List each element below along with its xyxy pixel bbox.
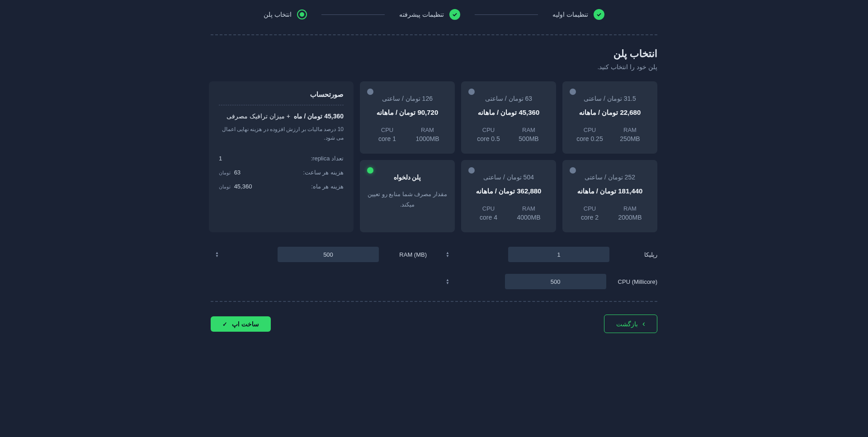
step-label: انتخاب پلن <box>264 11 292 18</box>
ram-value: 250MB <box>610 135 650 142</box>
plan-monthly-price: 22,680 تومان / ماهانه <box>570 108 650 117</box>
stepper-icon[interactable]: ▲▼ <box>446 251 449 258</box>
cpu-field: CPU (Millicore) ▲▼ <box>441 274 657 289</box>
plan-monthly-price: 362,880 تومان / ماهانه <box>468 187 549 195</box>
cpu-value: 0.25 core <box>570 135 610 142</box>
cpu-label: CPU (Millicore) <box>618 278 657 285</box>
billing-monthly-value: 45,360 <box>234 183 252 190</box>
divider <box>211 34 657 35</box>
plan-monthly-price: 90,720 تومان / ماهانه <box>367 108 448 117</box>
plan-monthly-price: 45,360 تومان / ماهانه <box>468 108 549 117</box>
replica-field: رپلیکا ▲▼ <box>441 247 657 262</box>
stepper-icon[interactable]: ▲▼ <box>446 278 449 285</box>
cpu-label: CPU <box>468 205 509 212</box>
radio-icon <box>367 89 373 95</box>
billing-row-monthly: هزینه هر ماه: 45,360 تومان <box>219 183 344 190</box>
radio-icon <box>570 89 576 95</box>
current-step-icon <box>297 9 307 19</box>
ram-label: RAM <box>509 205 549 212</box>
divider <box>211 301 657 302</box>
step-plan-selection[interactable]: انتخاب پلن <box>264 9 307 19</box>
billing-row-hourly: هزینه هر ساعت: 63 تومان <box>219 169 344 176</box>
plan-card[interactable]: 63 تومان / ساعتی 45,360 تومان / ماهانه R… <box>461 81 556 154</box>
billing-monthly-unit: تومان <box>219 184 231 189</box>
plan-hourly-price: 504 تومان / ساعتی <box>468 174 549 181</box>
form-row-2: CPU (Millicore) ▲▼ <box>211 274 657 289</box>
cpu-label: CPU <box>468 127 509 133</box>
cpu-value: 2 core <box>570 214 610 221</box>
cpu-label: CPU <box>570 127 610 133</box>
ram-label: RAM <box>610 205 650 212</box>
radio-selected-icon <box>367 167 373 174</box>
step-advanced-settings[interactable]: تنظیمات پیشرفته <box>399 9 460 20</box>
chevron-right-icon <box>642 319 645 329</box>
cpu-label: CPU <box>570 205 610 212</box>
cpu-value: 4 core <box>468 214 509 221</box>
plan-hourly-price: 252 تومان / ساعتی <box>570 174 650 181</box>
back-button-label: بازگشت <box>616 320 638 328</box>
cpu-input[interactable] <box>505 274 606 289</box>
plan-card[interactable]: 504 تومان / ساعتی 362,880 تومان / ماهانه… <box>461 160 556 232</box>
billing-monthly-label: هزینه هر ماه: <box>311 183 344 190</box>
cpu-value: 0.5 core <box>468 135 509 142</box>
billing-title: صورتحساب <box>219 90 344 99</box>
page-subtitle: پلن خود را انتخاب کنید. <box>211 63 657 70</box>
billing-hourly-value: 63 <box>234 169 241 176</box>
step-initial-settings[interactable]: تنظیمات اولیه <box>552 9 604 20</box>
ram-value: 4000MB <box>509 214 549 221</box>
step-divider <box>321 14 385 15</box>
ram-label: RAM <box>610 127 650 133</box>
footer-actions: بازگشت ساخت اپ <box>211 315 657 333</box>
replica-label: رپلیکا <box>621 251 657 258</box>
plan-card[interactable]: 252 تومان / ساعتی 181,440 تومان / ماهانه… <box>562 160 657 232</box>
billing-replica-label: تعداد replica: <box>311 155 344 162</box>
ram-label: RAM (MB) <box>391 251 427 258</box>
plan-card[interactable]: 31.5 تومان / ساعتی 22,680 تومان / ماهانه… <box>562 81 657 154</box>
step-divider <box>475 14 538 15</box>
check-icon <box>594 9 604 20</box>
stepper-icon[interactable]: ▲▼ <box>215 251 219 258</box>
cpu-label: CPU <box>367 127 407 133</box>
billing-total-suffix: + میزان ترافیک مصرفی <box>226 113 290 120</box>
ram-label: RAM <box>407 127 448 133</box>
billing-panel: صورتحساب 45,360 تومان / ماه + میزان تراف… <box>209 81 354 232</box>
plans-grid: 31.5 تومان / ساعتی 22,680 تومان / ماهانه… <box>211 81 657 232</box>
billing-row-replica: تعداد replica: 1 <box>219 155 344 162</box>
ram-value: 2000MB <box>610 214 650 221</box>
ram-value: 1000MB <box>407 135 448 142</box>
stepper: تنظیمات اولیه تنظیمات پیشرفته انتخاب پلن <box>211 9 657 20</box>
radio-icon <box>468 89 475 95</box>
custom-plan-card[interactable]: پلن دلخواه مقدار مصرف شما منابع رو تعیین… <box>360 160 455 232</box>
create-app-button[interactable]: ساخت اپ <box>211 316 271 332</box>
radio-icon <box>468 167 475 174</box>
create-button-label: ساخت اپ <box>232 320 259 328</box>
ram-field: RAM (MB) ▲▼ <box>211 247 427 262</box>
plan-hourly-price: 31.5 تومان / ساعتی <box>570 95 650 102</box>
check-icon <box>449 9 460 20</box>
custom-plan-desc: مقدار مصرف شما منابع رو تعیین میکند. <box>367 189 448 210</box>
replica-input[interactable] <box>508 247 609 262</box>
ram-value: 500MB <box>509 135 549 142</box>
form-row-1: رپلیکا ▲▼ RAM (MB) ▲▼ <box>211 247 657 262</box>
billing-hourly-label: هزینه هر ساعت: <box>303 169 344 176</box>
ram-input[interactable] <box>278 247 379 262</box>
billing-total-value: 45,360 تومان / ماه <box>294 113 344 120</box>
billing-hourly-unit: تومان <box>219 170 231 175</box>
plan-hourly-price: 63 تومان / ساعتی <box>468 95 549 102</box>
step-label: تنظیمات اولیه <box>552 11 588 18</box>
plan-card[interactable]: 126 تومان / ساعتی 90,720 تومان / ماهانه … <box>360 81 455 154</box>
plan-monthly-price: 181,440 تومان / ماهانه <box>570 187 650 195</box>
plan-hourly-price: 126 تومان / ساعتی <box>367 95 448 102</box>
check-icon <box>222 320 227 328</box>
page-title: انتخاب پلن <box>211 48 657 60</box>
step-label: تنظیمات پیشرفته <box>399 11 444 18</box>
cpu-value: 1 core <box>367 135 407 142</box>
back-button[interactable]: بازگشت <box>604 315 657 333</box>
custom-plan-title: پلن دلخواه <box>367 174 448 181</box>
billing-tax-note: 10 درصد مالیات بر ارزش افزوده در هزینه ن… <box>219 125 344 142</box>
divider <box>219 105 344 105</box>
billing-replica-value: 1 <box>219 155 222 162</box>
radio-icon <box>570 167 576 174</box>
ram-label: RAM <box>509 127 549 133</box>
billing-total: 45,360 تومان / ماه + میزان ترافیک مصرفی <box>219 113 344 120</box>
